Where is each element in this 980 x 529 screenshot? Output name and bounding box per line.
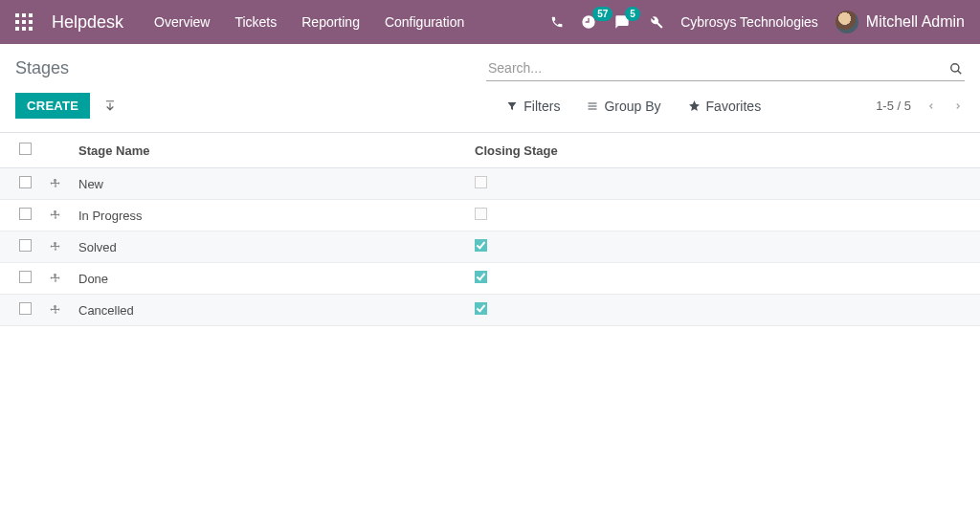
svg-rect-8: [29, 27, 33, 31]
nav-overview[interactable]: Overview: [154, 14, 210, 30]
favorites-menu[interactable]: Favorites: [688, 99, 762, 114]
drag-handle-icon[interactable]: [42, 231, 71, 263]
drag-handle-icon[interactable]: [42, 200, 71, 231]
svg-rect-13: [589, 108, 597, 109]
cell-stage-name: New: [71, 168, 467, 200]
star-icon: [688, 99, 701, 112]
user-name: Mitchell Admin: [866, 13, 965, 31]
systray: 57 5 Cybrosys Technologies Mitchell Admi…: [550, 11, 965, 33]
closing-stage-checkbox[interactable]: [475, 176, 487, 188]
pager: 1-5 / 5: [876, 97, 965, 116]
cell-stage-name: In Progress: [71, 200, 467, 231]
create-button[interactable]: CREATE: [15, 93, 90, 119]
cell-stage-name: Done: [71, 263, 467, 295]
svg-point-9: [951, 64, 959, 72]
search-input[interactable]: [486, 55, 965, 81]
list-icon: [587, 100, 598, 112]
apps-icon[interactable]: [15, 13, 33, 31]
nav-reporting[interactable]: Reporting: [301, 14, 360, 30]
favorites-label: Favorites: [706, 99, 762, 114]
select-all-checkbox[interactable]: [19, 143, 32, 155]
col-header-closing-stage[interactable]: Closing Stage: [467, 133, 980, 168]
row-checkbox[interactable]: [19, 208, 32, 220]
activities-icon[interactable]: 57: [581, 14, 596, 30]
developer-tools-icon[interactable]: [648, 14, 663, 30]
row-checkbox[interactable]: [19, 302, 32, 315]
svg-rect-1: [22, 13, 26, 17]
phone-icon[interactable]: [550, 15, 564, 29]
svg-rect-5: [29, 20, 33, 24]
user-menu[interactable]: Mitchell Admin: [835, 11, 965, 33]
filter-icon: [506, 100, 518, 112]
top-navbar: Helpdesk Overview Tickets Reporting Conf…: [0, 0, 980, 44]
chevron-left-icon: [926, 99, 936, 113]
table-row[interactable]: Solved: [0, 231, 980, 263]
pager-next[interactable]: [951, 97, 965, 116]
activities-badge: 57: [592, 7, 612, 21]
search-icon[interactable]: [949, 59, 963, 77]
closing-stage-checkbox[interactable]: [475, 208, 487, 220]
control-panel: Stages CREATE Filters Group By Favorites: [0, 44, 980, 133]
nav-configuration[interactable]: Configuration: [385, 14, 464, 30]
svg-rect-4: [22, 20, 26, 24]
closing-stage-checkbox[interactable]: [475, 271, 487, 283]
nav-tickets[interactable]: Tickets: [234, 14, 277, 30]
svg-rect-11: [589, 102, 597, 103]
row-checkbox[interactable]: [19, 176, 32, 188]
messages-icon[interactable]: 5: [613, 14, 631, 30]
drag-handle-icon[interactable]: [42, 263, 71, 295]
breadcrumb: Stages: [15, 58, 69, 78]
pager-text: 1-5 / 5: [876, 99, 911, 113]
company-switcher[interactable]: Cybrosys Technologies: [680, 14, 818, 30]
table-row[interactable]: Cancelled: [0, 295, 980, 326]
cell-stage-name: Cancelled: [71, 295, 467, 326]
pager-prev[interactable]: [924, 97, 938, 116]
svg-rect-3: [15, 20, 19, 24]
svg-line-10: [958, 71, 962, 75]
svg-rect-0: [15, 13, 19, 17]
table-row[interactable]: New: [0, 168, 980, 200]
chevron-right-icon: [953, 99, 963, 113]
svg-rect-12: [589, 105, 597, 106]
drag-handle-icon[interactable]: [42, 295, 71, 326]
avatar: [835, 11, 858, 33]
table-row[interactable]: Done: [0, 263, 980, 295]
col-header-stage-name[interactable]: Stage Name: [71, 133, 467, 168]
svg-rect-6: [15, 27, 19, 31]
svg-rect-7: [22, 27, 26, 31]
drag-handle-icon[interactable]: [42, 168, 71, 200]
search-area: [486, 55, 965, 81]
groupby-menu[interactable]: Group By: [587, 99, 660, 114]
cell-stage-name: Solved: [71, 231, 467, 263]
messages-badge: 5: [625, 7, 640, 21]
closing-stage-checkbox[interactable]: [475, 302, 487, 315]
svg-rect-2: [29, 13, 33, 17]
table-row[interactable]: In Progress: [0, 200, 980, 231]
row-checkbox[interactable]: [19, 271, 32, 283]
import-icon[interactable]: [103, 98, 117, 115]
filters-menu[interactable]: Filters: [506, 99, 560, 114]
closing-stage-checkbox[interactable]: [475, 239, 487, 252]
row-checkbox[interactable]: [19, 239, 32, 252]
filters-label: Filters: [523, 99, 560, 114]
stages-table: Stage Name Closing Stage NewIn ProgressS…: [0, 133, 980, 326]
search-options: Filters Group By Favorites: [506, 99, 761, 114]
app-title[interactable]: Helpdesk: [52, 12, 123, 33]
groupby-label: Group By: [604, 99, 660, 114]
nav-links: Overview Tickets Reporting Configuration: [154, 14, 464, 30]
